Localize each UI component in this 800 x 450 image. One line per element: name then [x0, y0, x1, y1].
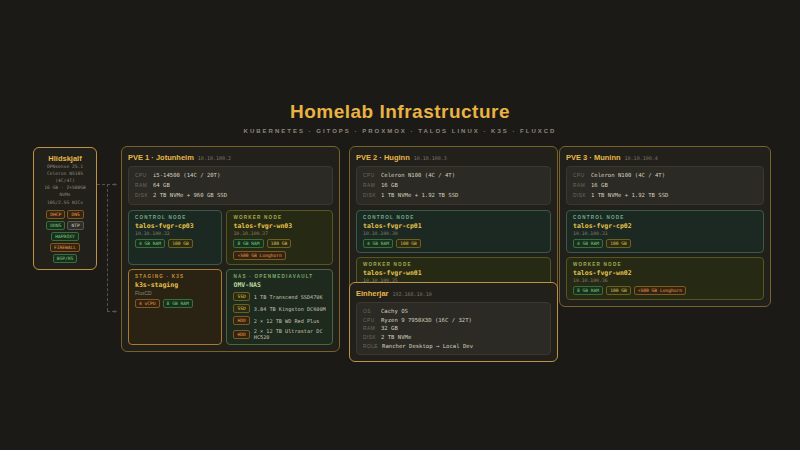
- node-ip: 10.10.100.37: [233, 231, 326, 236]
- node-hostname: talos-fvgr-cp03: [135, 222, 215, 230]
- spec-label: DISK: [363, 192, 377, 200]
- disk-badge: 100 GB: [606, 239, 631, 248]
- node-role-label: CONTROL NODE: [135, 215, 215, 220]
- service-badge-firewall: FIREWALL: [50, 243, 80, 252]
- router-os: OPNsense 25.1: [38, 163, 92, 170]
- connector-vertical: [107, 184, 108, 311]
- node-hostname: talos-fvgr-cp01: [363, 222, 544, 230]
- node-ip: 10.10.100.36: [573, 278, 757, 283]
- node-ip: 10.10.100.30: [363, 231, 544, 236]
- router-title: Hlidskjalf: [38, 154, 92, 163]
- nas-hostname: OMV-NAS: [233, 281, 326, 289]
- disk-model: 1 TB Transcend SSD470K: [254, 294, 323, 300]
- spec-value: Rancher Desktop → Local Dev: [382, 342, 473, 351]
- node-ip: 10.10.100.32: [135, 231, 215, 236]
- disk-row: HDD 2 × 12 TB Ultrastar DC HC520: [233, 328, 326, 340]
- spec-label: RAM: [135, 182, 149, 190]
- ram-badge: 4 GB RAM: [573, 239, 603, 248]
- spec-label: CPU: [363, 172, 377, 180]
- vm-role-label: STAGING · K3S: [135, 274, 215, 279]
- router-services: DHCP DNS DDNS NTP HAPROXY FIREWALL BGP/R…: [38, 210, 92, 263]
- service-badge-ddns: DDNS: [46, 221, 65, 230]
- spec-value: Celeron N100 (4C / 4T): [381, 171, 455, 181]
- pve3-ip: 10.10.100.4: [625, 155, 658, 161]
- ram-badge: 8 GB RAM: [573, 286, 603, 295]
- spec-value: 2 TB NVMe: [381, 333, 411, 342]
- router-nics: 10G/2.5G NICs: [38, 199, 92, 206]
- longhorn-badge: +500 GB Longhorn: [233, 251, 285, 260]
- vm-card-k3s-staging: STAGING · K3S k3s-staging FluxCD 4 vCPU …: [128, 269, 222, 345]
- pve2-title: PVE 2 · Huginn: [356, 153, 410, 162]
- connector-arrow-2: ▸: [114, 308, 117, 314]
- spec-value: 16 GB: [591, 181, 608, 191]
- spec-label: CPU: [135, 172, 149, 180]
- homelab-diagram: { "page": { "background": "#1b1a17", "ac…: [0, 0, 800, 450]
- node-card-worker-wn02: WORKER NODE talos-fvgr-wn02 10.10.100.36…: [566, 257, 764, 300]
- router-panel-hlidskjalf: Hlidskjalf OPNsense 25.1 Celeron N5105 (…: [33, 147, 97, 270]
- service-badge-dhcp: DHCP: [46, 210, 65, 219]
- pve3-specs: CPUCeleron N100 (4C / 4T) RAM16 GB DISK1…: [566, 166, 764, 205]
- spec-value: Ryzen 9 7950X3D (16C / 32T): [381, 316, 472, 325]
- spec-value: 1 TB NVMe + 1.92 TB SSD: [381, 191, 458, 201]
- disk-row: SSD 1 TB Transcend SSD470K: [233, 292, 326, 301]
- spec-label: CPU: [363, 317, 377, 324]
- disk-row: SSD 3.84 TB Kingston DC600M: [233, 304, 326, 313]
- spec-value: 2 TB NVMe + 960 GB SSD: [153, 191, 227, 201]
- pve3-title: PVE 3 · Muninn: [566, 153, 621, 162]
- spec-value: Celeron N100 (4C / 4T): [591, 171, 665, 181]
- vm-subtitle: FluxCD: [135, 290, 215, 296]
- spec-label: RAM: [363, 325, 377, 332]
- spec-value: 16 GB: [381, 181, 398, 191]
- disk-badge: 100 GB: [396, 239, 421, 248]
- vm-card-omv-nas: NAS · OPENMEDIAVAULT OMV-NAS SSD 1 TB Tr…: [226, 269, 333, 345]
- spec-value: 1 TB NVMe + 1.92 TB SSD: [591, 191, 668, 201]
- disk-badge: 100 GB: [606, 286, 631, 295]
- node-role-label: CONTROL NODE: [573, 215, 757, 220]
- pve2-ip: 10.10.100.3: [414, 155, 447, 161]
- ssd-tag: SSD: [233, 292, 249, 301]
- node-role-label: CONTROL NODE: [363, 215, 544, 220]
- spec-value: 32 GB: [381, 324, 398, 333]
- pve1-title: PVE 1 · Jotunheim: [128, 153, 194, 162]
- disk-model: 2 × 12 TB WD Red Plus: [254, 318, 320, 324]
- node-card-worker-wn03: WORKER NODE talos-fvgr-wn03 10.10.100.37…: [226, 210, 333, 265]
- service-badge-ntp: NTP: [67, 221, 83, 230]
- spec-label: DISK: [573, 192, 587, 200]
- hdd-tag: HDD: [233, 330, 249, 339]
- service-badge-bgp: BGP/RS: [53, 254, 78, 263]
- page-title: Homelab Infrastructure: [0, 101, 800, 123]
- node-hostname: talos-fvgr-cp02: [573, 222, 757, 230]
- ram-badge: 4 GB RAM: [363, 239, 393, 248]
- ram-badge: 4 GB RAM: [135, 239, 165, 248]
- node-role-label: WORKER NODE: [233, 215, 326, 220]
- node-hostname: talos-fvgr-wn03: [233, 222, 326, 230]
- ram-badge: 8 GB RAM: [233, 239, 263, 248]
- node-card-control-cp02: CONTROL NODE talos-fvgr-cp02 10.10.100.3…: [566, 210, 764, 253]
- host-panel-pve3-muninn: PVE 3 · Muninn 10.10.100.4 CPUCeleron N1…: [559, 146, 771, 307]
- connector-arrow-1: ▸: [114, 181, 117, 187]
- workstation-panel-einherjar: Einherjar 192.168.10.10 OSCachy OS CPURy…: [349, 282, 558, 362]
- router-ram-disk: 16 GB · 2×500GB NVMe: [38, 184, 92, 198]
- spec-value: Cachy OS: [381, 307, 408, 316]
- page-subtitle: KUBERNETES · GITOPS · PROXMOX · TALOS LI…: [0, 128, 800, 134]
- ssd-tag: SSD: [233, 304, 249, 313]
- service-badge-dns: DNS: [67, 210, 83, 219]
- einherjar-title: Einherjar: [356, 289, 389, 298]
- node-role-label: WORKER NODE: [573, 262, 757, 267]
- longhorn-badge: +500 GB Longhorn: [634, 286, 686, 295]
- spec-label: CPU: [573, 172, 587, 180]
- disk-badge: 100 GB: [168, 239, 193, 248]
- hdd-tag: HDD: [233, 316, 249, 325]
- node-hostname: talos-fvgr-wn02: [573, 269, 757, 277]
- pve1-ip: 10.10.100.2: [198, 155, 231, 161]
- node-card-control-cp03: CONTROL NODE talos-fvgr-cp03 10.10.100.3…: [128, 210, 222, 265]
- spec-label: DISK: [363, 334, 377, 341]
- connector-router-to-pve1: [97, 184, 115, 185]
- service-badge-haproxy: HAPROXY: [51, 232, 78, 241]
- einherjar-ip: 192.168.10.10: [393, 291, 432, 297]
- einherjar-specs: OSCachy OS CPURyzen 9 7950X3D (16C / 32T…: [356, 302, 551, 355]
- pve2-specs: CPUCeleron N100 (4C / 4T) RAM16 GB DISK1…: [356, 166, 551, 205]
- spec-label: OS: [363, 308, 377, 315]
- spec-label: DISK: [135, 192, 149, 200]
- spec-value: 64 GB: [153, 181, 170, 191]
